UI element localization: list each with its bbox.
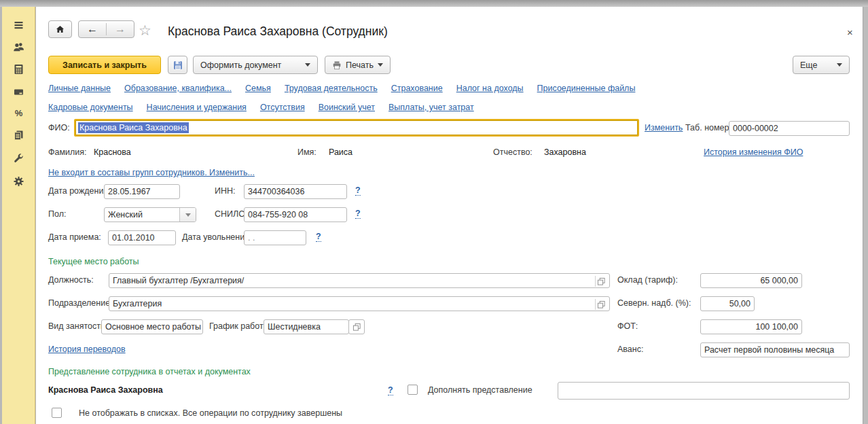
gear-icon[interactable]	[2, 173, 35, 190]
window-right-edge	[863, 7, 868, 424]
fio-selected-text: Краснова Раиса Захаровна	[78, 122, 189, 133]
card-icon[interactable]	[2, 84, 35, 100]
save-button[interactable]	[168, 56, 187, 74]
tab-number-label: Таб. номер:	[685, 123, 731, 132]
nav-tab-link[interactable]: Присоединенные файлы	[537, 84, 636, 93]
print-button[interactable]: Печать	[325, 56, 391, 74]
department-select-icon[interactable]	[595, 299, 607, 310]
employment-type-label: Вид занятости:	[48, 321, 107, 331]
position-input[interactable]: Главный бухгалтер /Бухгалтерия/	[109, 273, 610, 288]
gender-value: Женский	[108, 210, 143, 219]
nav-tab-link[interactable]: Налог на доходы	[456, 84, 524, 93]
position-select-icon[interactable]	[595, 276, 607, 287]
gender-label: Пол:	[48, 209, 66, 219]
fio-input[interactable]: Краснова Раиса Захаровна	[74, 119, 639, 137]
salary-value: 65 000,00	[760, 276, 798, 285]
chevron-down-icon	[305, 63, 310, 67]
inn-value: 344700364036	[248, 187, 304, 196]
close-icon[interactable]: ×	[847, 27, 853, 37]
hide-in-lists-checkbox[interactable]	[52, 408, 62, 418]
salary-input[interactable]: 65 000,00	[700, 273, 802, 288]
department-value: Бухгалтерия	[113, 299, 162, 308]
snils-help-icon[interactable]: ?	[355, 209, 361, 219]
tab-number-input[interactable]: 0000-00002	[729, 121, 850, 136]
nav-tab-link[interactable]: Образование, квалифика...	[124, 84, 232, 93]
north-bonus-value: 50,00	[729, 299, 751, 308]
chevron-down-icon	[185, 213, 191, 217]
save-and-close-button[interactable]: Записать и закрыть	[48, 56, 161, 74]
gender-dropdown-button[interactable]	[179, 208, 196, 222]
birth-date-input[interactable]: 28.05.1967	[104, 184, 180, 199]
firstname-label: Имя:	[297, 147, 317, 157]
birth-date-value: 28.05.1967	[108, 187, 151, 196]
salary-label: Оклад (тариф):	[617, 275, 678, 285]
patronymic-label: Отчество:	[493, 147, 532, 157]
advance-value: Расчет первой половины месяца	[704, 345, 834, 355]
dismissal-date-input[interactable]: . .	[244, 230, 306, 245]
employment-type-input[interactable]: Основное место работы	[101, 319, 203, 334]
fio-change-link[interactable]: Изменить	[645, 123, 683, 132]
nav-tab-link[interactable]: Отсутствия	[260, 103, 305, 112]
nav-tab-link[interactable]: Начисления и удержания	[147, 103, 247, 112]
department-label: Подразделение:	[48, 298, 113, 308]
documents-icon[interactable]	[2, 127, 35, 143]
presentation-help-icon[interactable]: ?	[388, 385, 393, 395]
nav-tab-link[interactable]: Кадровые документы	[48, 103, 133, 112]
advance-input[interactable]: Расчет первой половины месяца	[700, 342, 850, 357]
fot-label: ФОТ:	[617, 321, 638, 331]
menu-icon[interactable]	[2, 17, 35, 33]
north-bonus-input[interactable]: 50,00	[700, 296, 755, 311]
fio-label: ФИО:	[48, 123, 70, 132]
hire-date-input[interactable]: 01.01.2010	[108, 230, 176, 245]
nav-tab-link[interactable]: Личные данные	[48, 84, 111, 93]
append-presentation-label: Дополнять представление	[428, 385, 532, 395]
wrench-icon[interactable]	[2, 150, 35, 166]
schedule-select-button[interactable]	[348, 319, 365, 334]
calculator-icon[interactable]	[2, 61, 35, 77]
inn-input[interactable]: 344700364036	[244, 184, 347, 199]
nav-tabs-row-2: Кадровые документыНачисления и удержания…	[48, 103, 474, 112]
append-presentation-checkbox[interactable]	[408, 385, 418, 395]
hire-date-label: Дата приема:	[48, 232, 101, 242]
users-icon[interactable]	[2, 39, 35, 55]
position-label: Должность:	[48, 275, 94, 285]
history-nav-group: ← →	[78, 20, 134, 38]
advance-label: Аванс:	[617, 344, 643, 354]
fot-value: 100 100,00	[755, 322, 798, 332]
nav-tab-link[interactable]: Семья	[245, 84, 271, 93]
birth-date-label: Дата рождения:	[48, 186, 111, 196]
fio-history-link[interactable]: История изменения ФИО	[704, 147, 803, 157]
nav-tab-link[interactable]: Выплаты, учет затрат	[388, 103, 474, 112]
transfers-history-link[interactable]: История переводов	[48, 344, 126, 354]
home-button[interactable]	[48, 20, 72, 38]
favorite-star-icon[interactable]: ☆	[139, 23, 151, 37]
page-title: Краснова Раиса Захаровна (Сотрудник)	[168, 24, 388, 39]
inn-help-icon[interactable]: ?	[355, 186, 361, 196]
snils-input[interactable]: 084-755-920 08	[244, 207, 347, 222]
chevron-down-icon	[837, 63, 842, 67]
dismissal-help-icon[interactable]: ?	[316, 232, 321, 242]
sidebar: %	[2, 7, 35, 424]
gender-select[interactable]: Женский	[104, 207, 196, 222]
printer-icon	[332, 60, 342, 70]
employee-groups-link[interactable]: Не входит в составы групп сотрудников. И…	[48, 168, 255, 177]
fot-input[interactable]: 100 100,00	[700, 319, 802, 334]
schedule-input[interactable]: Шестидневка	[264, 319, 349, 334]
form-document-button[interactable]: Оформить документ	[193, 56, 318, 74]
position-value: Главный бухгалтер /Бухгалтерия/	[113, 276, 244, 285]
more-button[interactable]: Еще	[793, 56, 850, 74]
schedule-label: График работы:	[209, 321, 272, 331]
forward-button[interactable]: →	[106, 23, 134, 35]
nav-tab-link[interactable]: Страхование	[391, 84, 443, 93]
snils-label: СНИЛС:	[215, 209, 247, 219]
surname-value: Краснова	[94, 147, 131, 157]
back-button[interactable]: ←	[79, 23, 106, 35]
append-presentation-input[interactable]	[558, 382, 850, 400]
schedule-value: Шестидневка	[268, 322, 321, 332]
presentation-section-title: Представление сотрудника в отчетах и док…	[48, 367, 251, 376]
nav-tab-link[interactable]: Трудовая деятельность	[285, 84, 378, 93]
svg-text:%: %	[14, 108, 22, 118]
nav-tab-link[interactable]: Воинский учет	[319, 103, 375, 112]
department-input[interactable]: Бухгалтерия	[109, 296, 610, 311]
percent-icon[interactable]: %	[2, 105, 35, 121]
